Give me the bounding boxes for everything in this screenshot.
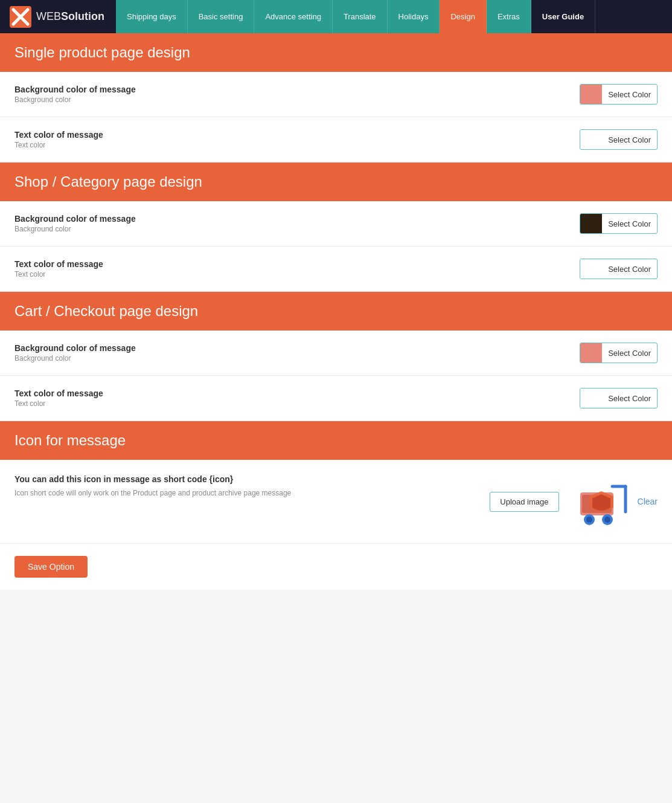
icon-section-header: Icon for message: [0, 421, 672, 460]
shop-bg-color-title: Background color of message: [14, 214, 580, 224]
cart-bg-color-row: Background color of message Background c…: [0, 331, 672, 376]
nav-item-design[interactable]: Design: [440, 0, 486, 33]
nav-item-shipping-days[interactable]: Shipping days: [116, 0, 188, 33]
cart-checkout-header: Cart / Checkout page design: [0, 292, 672, 331]
shop-bg-color-button[interactable]: Select Color: [580, 213, 658, 234]
svg-point-10: [604, 517, 610, 523]
cart-text-color-sub: Text color: [14, 399, 580, 408]
navigation: WEBSolution Shipping days Basic setting …: [0, 0, 672, 33]
nav-items: Shipping days Basic setting Advance sett…: [116, 0, 672, 33]
shop-text-color-row: Text color of message Text color Select …: [0, 247, 672, 292]
single-text-color-label: Text color of message Text color: [14, 130, 580, 149]
shop-text-color-swatch: [580, 259, 602, 279]
shop-bg-color-sub: Background color: [14, 225, 580, 233]
cart-bg-color-title: Background color of message: [14, 343, 580, 353]
single-product-header: Single product page design: [0, 33, 672, 72]
shop-text-color-title: Text color of message: [14, 259, 580, 269]
icon-upload-area: Upload image: [490, 474, 658, 529]
single-text-color-title: Text color of message: [14, 130, 580, 140]
icon-section-title: Icon for message: [14, 432, 658, 449]
icon-section-body: You can add this icon in message as shor…: [0, 460, 672, 543]
svg-point-8: [586, 517, 592, 523]
single-bg-color-swatch: [580, 85, 602, 104]
single-bg-color-title: Background color of message: [14, 85, 580, 94]
single-text-color-swatch: [580, 130, 602, 149]
icon-desc-sub: Icon short code will only work on the Pr…: [14, 488, 453, 498]
single-text-color-label-text: Select Color: [602, 135, 657, 144]
cart-bg-color-button[interactable]: Select Color: [580, 343, 658, 363]
nav-item-basic-setting[interactable]: Basic setting: [188, 0, 255, 33]
icon-description: You can add this icon in message as shor…: [14, 474, 453, 498]
cart-text-color-title: Text color of message: [14, 389, 580, 398]
nav-item-advance-setting[interactable]: Advance setting: [254, 0, 333, 33]
logo: WEBSolution: [0, 0, 116, 33]
save-option-button[interactable]: Save Option: [14, 556, 88, 578]
shop-text-color-button[interactable]: Select Color: [580, 259, 658, 279]
upload-image-button[interactable]: Upload image: [490, 492, 558, 512]
cart-text-color-button[interactable]: Select Color: [580, 388, 658, 408]
clear-icon-link[interactable]: Clear: [638, 497, 658, 506]
single-product-title: Single product page design: [14, 44, 658, 61]
shop-text-color-label-text: Select Color: [602, 265, 657, 274]
single-text-color-control: Select Color: [580, 129, 658, 150]
icon-desc-title: You can add this icon in message as shor…: [14, 474, 453, 484]
single-bg-color-row: Background color of message Background c…: [0, 72, 672, 117]
single-bg-color-label-text: Select Color: [602, 90, 657, 99]
shop-text-color-label: Text color of message Text color: [14, 259, 580, 279]
cart-text-color-control: Select Color: [580, 388, 658, 408]
shop-category-title: Shop / Category page design: [14, 173, 658, 190]
shop-bg-color-label-text: Select Color: [602, 219, 657, 228]
cart-bg-color-swatch: [580, 343, 602, 363]
shop-bg-color-label: Background color of message Background c…: [14, 214, 580, 233]
cart-checkout-title: Cart / Checkout page design: [14, 303, 658, 320]
cart-bg-color-control: Select Color: [580, 343, 658, 363]
cart-text-color-swatch: [580, 389, 602, 408]
shop-text-color-sub: Text color: [14, 270, 580, 279]
cart-bg-color-sub: Background color: [14, 354, 580, 363]
save-section: Save Option: [0, 543, 672, 590]
single-text-color-sub: Text color: [14, 141, 580, 149]
single-bg-color-sub: Background color: [14, 95, 580, 104]
shop-category-header: Shop / Category page design: [0, 163, 672, 201]
cart-bg-color-label-text: Select Color: [602, 349, 657, 358]
shop-bg-color-swatch: [580, 214, 602, 233]
cart-icon-area: Clear: [571, 474, 658, 529]
shop-bg-color-row: Background color of message Background c…: [0, 201, 672, 247]
cart-bg-color-label: Background color of message Background c…: [14, 343, 580, 363]
shop-text-color-control: Select Color: [580, 259, 658, 279]
shop-bg-color-control: Select Color: [580, 213, 658, 234]
cart-text-color-row: Text color of message Text color Select …: [0, 376, 672, 421]
cart-icon: [571, 474, 632, 529]
web-solution-icon: [10, 6, 31, 28]
nav-item-user-guide[interactable]: User Guide: [531, 0, 595, 33]
single-bg-color-control: Select Color: [580, 84, 658, 105]
cart-text-color-label-text: Select Color: [602, 394, 657, 403]
cart-text-color-label: Text color of message Text color: [14, 389, 580, 408]
single-bg-color-button[interactable]: Select Color: [580, 84, 658, 105]
nav-item-translate[interactable]: Translate: [333, 0, 388, 33]
single-text-color-button[interactable]: Select Color: [580, 129, 658, 150]
nav-item-holidays[interactable]: Holidays: [388, 0, 440, 33]
logo-text: WEBSolution: [36, 10, 104, 23]
single-bg-color-label: Background color of message Background c…: [14, 85, 580, 104]
main-content: Single product page design Background co…: [0, 33, 672, 590]
single-text-color-row: Text color of message Text color Select …: [0, 117, 672, 163]
nav-item-extras[interactable]: Extras: [487, 0, 531, 33]
